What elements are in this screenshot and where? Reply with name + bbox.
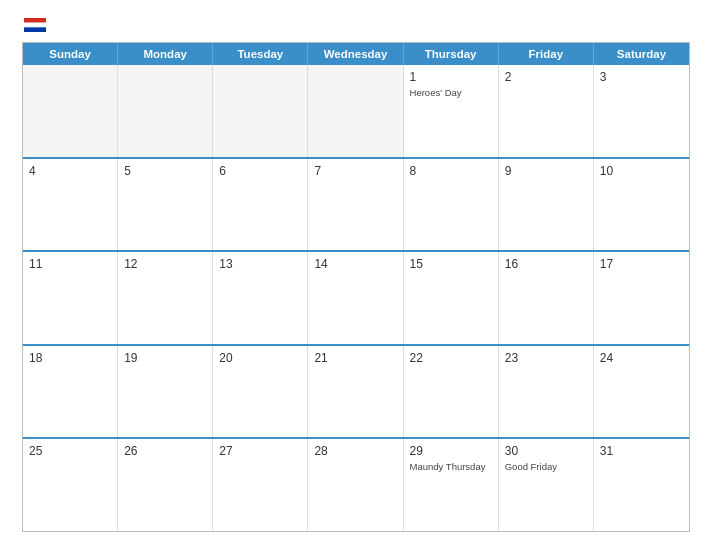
calendar-cell: 24	[594, 346, 689, 438]
calendar-cell: 9	[499, 159, 594, 251]
day-number: 19	[124, 351, 206, 365]
calendar-cell: 29Maundy Thursday	[404, 439, 499, 531]
day-number: 26	[124, 444, 206, 458]
calendar-cell: 25	[23, 439, 118, 531]
svg-rect-1	[24, 23, 46, 28]
day-number: 10	[600, 164, 683, 178]
calendar: SundayMondayTuesdayWednesdayThursdayFrid…	[22, 42, 690, 532]
calendar-body: 1Heroes' Day2345678910111213141516171819…	[23, 65, 689, 531]
day-number: 14	[314, 257, 396, 271]
calendar-header-cell: Saturday	[594, 43, 689, 65]
calendar-cell: 8	[404, 159, 499, 251]
calendar-cell: 3	[594, 65, 689, 157]
calendar-cell: 10	[594, 159, 689, 251]
day-number: 12	[124, 257, 206, 271]
calendar-cell: 22	[404, 346, 499, 438]
day-number: 3	[600, 70, 683, 84]
calendar-week: 18192021222324	[23, 346, 689, 440]
calendar-cell: 5	[118, 159, 213, 251]
day-number: 20	[219, 351, 301, 365]
calendar-header-cell: Monday	[118, 43, 213, 65]
calendar-cell	[308, 65, 403, 157]
calendar-header-cell: Wednesday	[308, 43, 403, 65]
calendar-cell: 11	[23, 252, 118, 344]
header	[22, 18, 690, 32]
day-number: 28	[314, 444, 396, 458]
calendar-week: 1Heroes' Day23	[23, 65, 689, 159]
day-number: 30	[505, 444, 587, 458]
calendar-cell: 31	[594, 439, 689, 531]
day-number: 6	[219, 164, 301, 178]
day-number: 4	[29, 164, 111, 178]
day-number: 27	[219, 444, 301, 458]
calendar-cell	[23, 65, 118, 157]
calendar-cell: 20	[213, 346, 308, 438]
calendar-cell: 15	[404, 252, 499, 344]
calendar-cell: 1Heroes' Day	[404, 65, 499, 157]
calendar-header-cell: Tuesday	[213, 43, 308, 65]
calendar-page: SundayMondayTuesdayWednesdayThursdayFrid…	[0, 0, 712, 550]
calendar-cell: 14	[308, 252, 403, 344]
day-number: 18	[29, 351, 111, 365]
calendar-week: 11121314151617	[23, 252, 689, 346]
calendar-cell: 21	[308, 346, 403, 438]
svg-rect-0	[24, 18, 46, 23]
day-number: 1	[410, 70, 492, 84]
calendar-header-cell: Thursday	[404, 43, 499, 65]
day-event: Good Friday	[505, 461, 587, 473]
day-number: 15	[410, 257, 492, 271]
day-number: 13	[219, 257, 301, 271]
day-number: 22	[410, 351, 492, 365]
day-number: 23	[505, 351, 587, 365]
day-number: 24	[600, 351, 683, 365]
logo-flag-icon	[24, 18, 46, 32]
calendar-cell: 26	[118, 439, 213, 531]
calendar-cell: 6	[213, 159, 308, 251]
day-number: 21	[314, 351, 396, 365]
calendar-header-row: SundayMondayTuesdayWednesdayThursdayFrid…	[23, 43, 689, 65]
day-number: 25	[29, 444, 111, 458]
day-event: Maundy Thursday	[410, 461, 492, 473]
calendar-header-cell: Sunday	[23, 43, 118, 65]
day-number: 29	[410, 444, 492, 458]
calendar-cell: 7	[308, 159, 403, 251]
day-number: 31	[600, 444, 683, 458]
logo	[22, 18, 46, 32]
day-event: Heroes' Day	[410, 87, 492, 99]
calendar-cell: 30Good Friday	[499, 439, 594, 531]
day-number: 2	[505, 70, 587, 84]
calendar-cell: 12	[118, 252, 213, 344]
day-number: 7	[314, 164, 396, 178]
calendar-cell: 19	[118, 346, 213, 438]
calendar-week: 2526272829Maundy Thursday30Good Friday31	[23, 439, 689, 531]
day-number: 11	[29, 257, 111, 271]
calendar-cell	[118, 65, 213, 157]
day-number: 8	[410, 164, 492, 178]
calendar-cell: 13	[213, 252, 308, 344]
calendar-cell: 17	[594, 252, 689, 344]
calendar-cell: 2	[499, 65, 594, 157]
day-number: 9	[505, 164, 587, 178]
calendar-week: 45678910	[23, 159, 689, 253]
calendar-cell: 23	[499, 346, 594, 438]
calendar-header-cell: Friday	[499, 43, 594, 65]
day-number: 16	[505, 257, 587, 271]
day-number: 5	[124, 164, 206, 178]
calendar-cell: 27	[213, 439, 308, 531]
day-number: 17	[600, 257, 683, 271]
calendar-cell: 18	[23, 346, 118, 438]
calendar-cell: 28	[308, 439, 403, 531]
calendar-cell: 4	[23, 159, 118, 251]
svg-rect-2	[24, 27, 46, 32]
calendar-cell: 16	[499, 252, 594, 344]
calendar-cell	[213, 65, 308, 157]
